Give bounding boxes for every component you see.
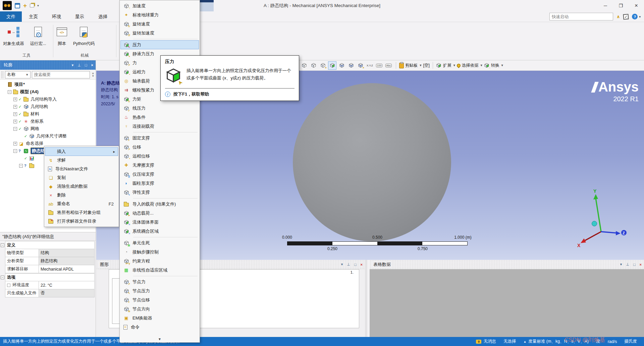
face-select-cube-button[interactable] xyxy=(328,61,336,70)
filter-type-dropdown[interactable]: 名称▼ xyxy=(5,71,31,78)
menu-item-remote-displacement[interactable]: ▪远程位移 xyxy=(120,152,199,161)
xyz-coordinates-button[interactable]: X.Y.Z xyxy=(366,61,374,70)
menu-item-nodal-displacement[interactable]: 〃节点位移 xyxy=(120,295,199,304)
menu-item-cylindrical-support[interactable]: ◗圆柱形支撑 xyxy=(120,179,199,188)
help-dropdown-icon[interactable]: ▾ xyxy=(639,15,641,18)
expander-icon[interactable]: + xyxy=(13,98,17,101)
status-selection[interactable]: 无选择 xyxy=(503,339,516,344)
script-button[interactable]: </> 脚本 xyxy=(54,24,70,47)
tab-主页[interactable]: 主页 xyxy=(22,11,45,22)
details-value[interactable]: 22. °C xyxy=(39,281,94,289)
collapse-icon[interactable]: − xyxy=(1,243,4,247)
tree-item-coordinate-systems[interactable]: +✓✳坐标系 xyxy=(0,118,96,125)
menu-item-rename[interactable]: ab重命名F2 xyxy=(45,199,118,208)
expander-icon[interactable]: + xyxy=(13,120,17,123)
outline-maximize-icon[interactable]: □ xyxy=(85,63,87,67)
value-annotation-button[interactable]: 100 xyxy=(375,61,383,70)
menu-item-line-pressure[interactable]: ↙线压力 xyxy=(120,104,199,113)
status-messages[interactable]: 0无消息 xyxy=(476,339,496,344)
outline-search-input[interactable] xyxy=(32,71,90,78)
menu-item-compression-only-support[interactable]: ≣仅压缩支撑 xyxy=(120,170,199,179)
menu-item-acceleration[interactable]: ↑加速度 xyxy=(120,1,199,10)
object-generator-button[interactable]: → 对象生成器 xyxy=(0,24,27,47)
outline-close-icon[interactable]: × xyxy=(91,63,93,67)
details-value[interactable]: 静态结构 xyxy=(39,257,94,265)
tabular-pin-icon[interactable]: ⊥ xyxy=(626,262,629,267)
expander-icon[interactable]: + xyxy=(13,112,17,116)
tree-item-mesh[interactable]: −✓网格 xyxy=(0,125,96,132)
menu-item-delete[interactable]: ×删除 xyxy=(45,191,118,199)
select-by-button[interactable]: 选择依据▼ xyxy=(457,63,483,68)
python-code-button[interactable]: Python代码 xyxy=(70,24,98,47)
restore-button[interactable]: ❐ xyxy=(613,0,629,11)
menu-item-pressure[interactable]: ↖压力 xyxy=(120,40,199,49)
expander-icon[interactable]: − xyxy=(8,90,11,94)
tab-文件[interactable]: 文件 xyxy=(0,11,22,22)
mesh-select-cube-button[interactable] xyxy=(337,61,346,70)
menu-item-duplicate[interactable]: ❏复制 xyxy=(45,173,118,182)
menu-item-fluid-solid-interface[interactable]: ≈流体固体界面 xyxy=(120,218,199,227)
expander-icon[interactable]: − xyxy=(19,164,23,168)
menu-item-nodal-force[interactable]: ↗节点力 xyxy=(120,277,199,286)
expander-icon[interactable]: − xyxy=(13,149,17,153)
orientation-triad[interactable]: Y X Z xyxy=(576,188,631,250)
details-value[interactable]: Mechanical APDL xyxy=(39,265,94,273)
menu-item-displacement[interactable]: ↗位移 xyxy=(120,142,199,152)
menu-item-insert[interactable]: 插入▸ xyxy=(45,147,118,156)
tree-item-geometry[interactable]: +✓几何结构 xyxy=(0,103,96,110)
status-angular-velocity-unit[interactable]: rad/s xyxy=(608,339,617,344)
text-annotation-button[interactable]: Abc xyxy=(384,61,393,70)
menu-item-nodal-pressure[interactable]: ↖节点压力 xyxy=(120,286,199,295)
tab-选择[interactable]: 选择 xyxy=(91,11,114,22)
menu-item-thermal-condition[interactable]: ♨热条件 xyxy=(120,113,199,122)
collapse-ribbon-icon[interactable]: ∧ xyxy=(616,14,620,19)
menu-item-elastic-support[interactable]: ∿弹性支撑 xyxy=(120,188,199,197)
outline-pin-icon[interactable]: ⊥ xyxy=(77,63,81,67)
menu-item-dynamic-load[interactable]: ➤动态载荷... xyxy=(120,209,199,218)
minimize-button[interactable]: ─ xyxy=(598,0,613,11)
expander-icon[interactable]: + xyxy=(13,105,17,109)
menu-item-nonlinear-adaptive-region[interactable]: ▦非线性自适应区域 xyxy=(120,266,199,275)
menu-item-contact-step-control[interactable]: ◔接触步骤控制 xyxy=(120,247,199,256)
tabular-maximize-icon[interactable]: □ xyxy=(633,263,636,267)
graph-pin-icon[interactable]: ⊥ xyxy=(347,262,350,267)
tabular-close-icon[interactable]: × xyxy=(640,263,642,267)
menu-item-constraint-equation[interactable]: x+y约束方程 xyxy=(120,256,199,266)
box-select-cube-button[interactable]: ▸ xyxy=(319,61,327,70)
menu-item-fixed-support[interactable]: 〃固定支撑 xyxy=(120,133,199,142)
duplicate-window-icon[interactable] xyxy=(30,4,34,7)
tree-item-body-sizing[interactable]: ✓几何体尺寸调整 xyxy=(0,132,96,140)
expander-icon[interactable]: + xyxy=(13,142,17,146)
tab-环境[interactable]: 环境 xyxy=(45,11,68,22)
menu-item-open-solver-files-directory[interactable]: 打开求解器文件目录 xyxy=(45,217,118,226)
checkbox-icon[interactable] xyxy=(7,284,10,287)
scroll-down-icon[interactable]: ▼ xyxy=(120,336,199,342)
run-macro-button[interactable]: ▸ 运行宏... xyxy=(27,24,49,47)
mesh-pointer-cube-button[interactable]: ▸ xyxy=(356,61,365,70)
tree-item-model[interactable]: −模型 (A4) xyxy=(0,88,96,96)
graph-maximize-icon[interactable]: □ xyxy=(354,263,357,267)
menu-item-rotational-acceleration[interactable]: ↺旋转加速度 xyxy=(120,28,199,38)
menu-item-nodal-orientation[interactable]: Θ节点方向 xyxy=(120,304,199,313)
help-icon[interactable]: ? xyxy=(632,14,638,19)
single-select-cube-button[interactable] xyxy=(309,61,318,70)
extend-button[interactable]: 扩展▼ xyxy=(436,63,456,68)
tree-item-materials[interactable]: +✓材料 xyxy=(0,110,96,118)
details-value[interactable]: 否 xyxy=(39,289,94,297)
tree-item-geometry-imports[interactable]: +✓几何结构导入 xyxy=(0,96,96,103)
ansys-app-icon[interactable] xyxy=(3,1,12,10)
tabular-menu-icon[interactable]: ▾ xyxy=(620,262,622,267)
clipboard-button[interactable]: 剪贴板▼ xyxy=(399,63,422,68)
save-icon[interactable] xyxy=(15,3,20,8)
menu-item-solve[interactable]: ↯求解 xyxy=(45,156,118,165)
checklist-icon[interactable]: ✓ xyxy=(623,14,629,19)
status-temperature-unit[interactable]: 摄氏度 xyxy=(625,339,637,344)
menu-item-commands[interactable]: C命令 xyxy=(120,323,199,332)
menu-item-export-nastran[interactable]: N导出Nastran文件 xyxy=(45,165,118,173)
menu-item-imported-load-result-file[interactable]: 导入的载荷 (结果文件) xyxy=(120,199,199,209)
filter-gripper[interactable] xyxy=(1,71,4,78)
tree-item-project[interactable]: 项目* xyxy=(0,81,96,88)
select-mode-cube-button[interactable] xyxy=(300,61,308,70)
clipboard-state-label[interactable]: [空] xyxy=(423,63,429,68)
menu-item-joint-load[interactable]: ♀连接副载荷 xyxy=(120,122,199,131)
